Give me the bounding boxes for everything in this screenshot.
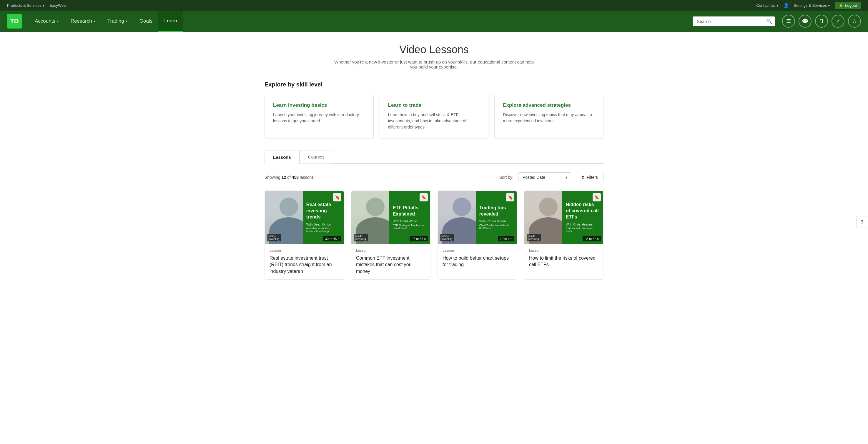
tab-courses-label: Courses	[308, 155, 324, 159]
inside-investing-logo-4: insideinvesting	[527, 234, 541, 241]
person-title-4: ETF Portfolio Manager, BMO	[566, 227, 600, 233]
contact-us-dropdown[interactable]: Contact Us ▾	[756, 3, 778, 8]
lessons-label: lessons	[300, 175, 314, 180]
tab-lessons[interactable]: Lessons	[265, 150, 300, 164]
skill-card-basics-title: Learn investing basics	[273, 102, 365, 108]
person-head-2	[366, 194, 384, 216]
person-title-3: Chart Trader, Northstar & BioCharts	[479, 224, 513, 230]
nav-items: Accounts ▾ Research ▾ Trading ▾ Goals Le…	[29, 10, 687, 32]
lessons-count: Showing 12 of 458 lessons	[265, 175, 314, 180]
lesson-card-3[interactable]: Trading tips revealed With Patrick Karim…	[437, 191, 517, 280]
bookmark-button-3[interactable]: 🔖	[506, 193, 514, 201]
thumb-title-1: Real estate investing trends	[306, 202, 340, 220]
lessons-controls: Showing 12 of 458 lessons Sort by: Poste…	[265, 172, 603, 182]
skill-card-trade[interactable]: Learn to trade Learn how to buy and sell…	[379, 94, 489, 139]
lessons-grid: Real estate investing trends With Dean O…	[265, 191, 603, 280]
bookmark-button-1[interactable]: 🔖	[333, 193, 341, 201]
tabs: Lessons Courses	[265, 150, 603, 163]
settings-chevron-icon: ▾	[828, 3, 830, 8]
products-services-dropdown[interactable]: Products & Services ▾	[7, 3, 45, 8]
lesson-thumb-4: Hidden risks of covered call ETFs With C…	[524, 191, 603, 244]
nav-item-research[interactable]: Research ▾	[65, 10, 101, 32]
help-sidebar-button[interactable]: ?	[856, 216, 868, 228]
thumb-duration-4: 28 m 52 s	[583, 236, 601, 241]
checkmark-button[interactable]: ✓	[832, 15, 844, 28]
person-name-3: With Patrick Karim	[479, 219, 513, 223]
filters-button[interactable]: ⧗ Filters	[576, 172, 603, 182]
trading-label: Trading	[107, 18, 124, 24]
watchlist-button[interactable]: ☰	[782, 15, 795, 28]
search-icon: 🔍	[766, 19, 772, 24]
skill-card-trade-title: Learn to trade	[388, 102, 480, 108]
utility-bar-left: Products & Services ▾ EasyWeb	[7, 3, 66, 8]
nav-item-goals[interactable]: Goals	[133, 10, 158, 32]
lesson-info-1: Lesson Real estate investment trust (REI…	[265, 244, 344, 279]
lesson-title-1: Real estate investment trust (REIT) tren…	[270, 255, 339, 275]
bookmark-icon-2: 🔖	[421, 195, 426, 200]
td-logo[interactable]: TD	[7, 14, 22, 29]
person-head-circle-2	[366, 198, 384, 216]
skill-level-section: Explore by skill level Learn investing b…	[265, 81, 603, 139]
thumb-person-4: With Chris Heakes ETF Portfolio Manager,…	[566, 223, 600, 233]
skill-card-advanced[interactable]: Explore advanced strategies Discover new…	[494, 94, 603, 139]
transfer-icon: ⇅	[819, 18, 824, 25]
skill-card-trade-desc: Learn how to buy and sell stock & ETF in…	[388, 112, 480, 130]
trading-chevron-icon: ▾	[126, 20, 128, 23]
bookmark-button-2[interactable]: 🔖	[420, 193, 428, 201]
filters-label: Filters	[587, 175, 598, 180]
person-head-circle-3	[453, 198, 471, 216]
user-icon[interactable]: 👤	[783, 3, 789, 8]
lessons-total: 458	[292, 175, 299, 180]
bookmark-button-4[interactable]: 🔖	[593, 193, 601, 201]
accounts-chevron-icon: ▾	[57, 20, 59, 23]
page-hero: Video Lessons Whether you're a new inves…	[265, 43, 603, 69]
help-icon: ?	[861, 219, 864, 225]
skill-card-basics[interactable]: Learn investing basics Launch your inves…	[265, 94, 374, 139]
nav-item-learn[interactable]: Learn	[158, 10, 183, 32]
page-title: Video Lessons	[265, 43, 603, 56]
thumb-person-2: With Chad Wood ETF Strategist, Mackenzie…	[393, 219, 427, 230]
chat-button[interactable]: 💬	[799, 15, 811, 28]
sort-area: Sort by: Posted Date Alphabetical Durati…	[499, 172, 603, 182]
thumb-title-2: ETF Pitfalls Explained	[393, 205, 427, 217]
thumb-person-3: With Patrick Karim Chart Trader, Northst…	[479, 219, 513, 230]
nav-item-accounts[interactable]: Accounts ▾	[29, 10, 65, 32]
contact-us-label: Contact Us	[756, 3, 775, 8]
nav-item-trading[interactable]: Trading ▾	[101, 10, 133, 32]
skill-card-advanced-title: Explore advanced strategies	[503, 102, 595, 108]
lesson-title-3: How to build better chart setups for tra…	[442, 255, 512, 268]
products-services-label: Products & Services	[7, 3, 41, 8]
lesson-card-1[interactable]: Real estate investing trends With Dean O…	[265, 191, 344, 280]
utility-bar-right: Contact Us ▾ 👤 Settings & Services ▾ 🔒 L…	[756, 2, 861, 9]
lesson-thumb-3: Trading tips revealed With Patrick Karim…	[438, 191, 517, 244]
search-container: 🔍	[693, 16, 775, 26]
settings-services-label: Settings & Services	[794, 3, 827, 8]
lesson-card-2[interactable]: ETF Pitfalls Explained With Chad Wood ET…	[351, 191, 431, 280]
thumb-duration-3: 29 m 2 s	[498, 236, 514, 241]
skill-cards-container: Learn investing basics Launch your inves…	[265, 94, 603, 139]
thumb-title-3: Trading tips revealed	[479, 205, 513, 217]
search-input[interactable]	[693, 16, 775, 26]
star-icon: ☆	[852, 18, 857, 25]
logo-text: TD	[10, 18, 19, 25]
easyweb-link[interactable]: EasyWeb	[50, 3, 66, 8]
accounts-label: Accounts	[35, 18, 55, 24]
tab-courses[interactable]: Courses	[300, 150, 333, 164]
products-chevron-icon: ▾	[43, 3, 45, 8]
lesson-title-4: How to limit the risks of covered call E…	[529, 255, 598, 268]
lesson-card-4[interactable]: Hidden risks of covered call ETFs With C…	[524, 191, 603, 280]
sort-select[interactable]: Posted Date Alphabetical Duration Skill …	[518, 172, 571, 182]
star-button[interactable]: ☆	[848, 15, 861, 28]
lesson-type-3: Lesson	[442, 248, 512, 252]
search-icon-button[interactable]: 🔍	[766, 19, 772, 24]
person-head-circle-1	[280, 198, 298, 216]
inside-investing-logo-1: insideinvesting	[267, 234, 281, 241]
settings-services-dropdown[interactable]: Settings & Services ▾	[794, 3, 830, 8]
bookmark-icon-3: 🔖	[508, 195, 513, 200]
logout-button[interactable]: 🔒 Logout	[835, 2, 861, 9]
nav-right-icons: ☰ 💬 ⇅ ✓ ☆	[782, 15, 861, 28]
transfer-button[interactable]: ⇅	[815, 15, 828, 28]
thumb-duration-1: 30 m 45 s	[323, 236, 341, 241]
bookmark-icon-1: 🔖	[335, 195, 340, 200]
research-chevron-icon: ▾	[94, 20, 96, 23]
